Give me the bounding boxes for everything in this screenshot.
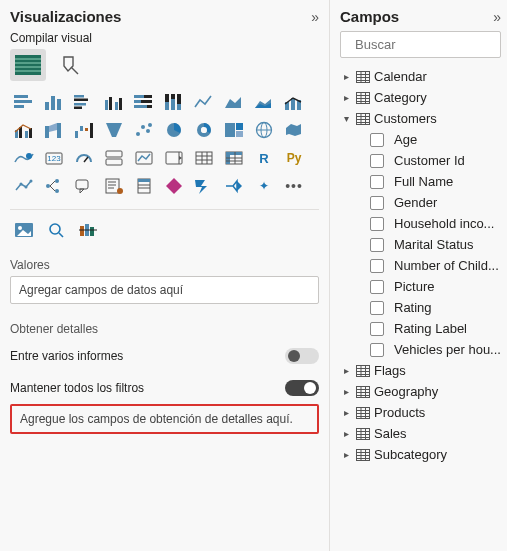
build-visual-tab[interactable] — [10, 49, 46, 81]
viz-stacked-area[interactable] — [250, 89, 278, 115]
field-row[interactable]: Household inco... — [370, 213, 501, 234]
chevron-right-icon: ▸ — [340, 71, 352, 82]
layers-icon[interactable] — [74, 218, 102, 242]
image-icon[interactable] — [10, 218, 38, 242]
viz-filled-map[interactable] — [280, 117, 308, 143]
viz-qna[interactable] — [70, 173, 98, 199]
svg-rect-14 — [74, 107, 82, 110]
viz-100-stacked-bar[interactable] — [130, 89, 158, 115]
table-products[interactable]: ▸Products — [340, 402, 501, 423]
field-row[interactable]: Customer Id — [370, 150, 501, 171]
table-flags[interactable]: ▸Flags — [340, 360, 501, 381]
field-row[interactable]: Number of Child... — [370, 255, 501, 276]
collapse-fields-icon[interactable]: » — [493, 9, 501, 25]
field-row[interactable]: Picture — [370, 276, 501, 297]
values-well[interactable]: Agregar campos de datos aquí — [10, 276, 319, 304]
field-row[interactable]: Age — [370, 129, 501, 150]
format-visual-tab[interactable] — [54, 49, 90, 81]
field-label: Number of Child... — [394, 258, 499, 273]
field-label: Gender — [394, 195, 437, 210]
viz-scatter[interactable] — [130, 117, 158, 143]
viz-sparkle[interactable]: ✦ — [250, 173, 278, 199]
field-row[interactable]: Gender — [370, 192, 501, 213]
collapse-viz-icon[interactable]: » — [311, 9, 319, 25]
table-customers[interactable]: ▾Customers — [340, 108, 501, 129]
build-tabs — [10, 49, 319, 81]
svg-rect-40 — [29, 128, 32, 138]
keep-filters-toggle[interactable] — [285, 380, 319, 396]
viz-stacked-bar[interactable] — [10, 89, 38, 115]
drillthrough-well[interactable]: Agregue los campos de obtención de detal… — [10, 404, 319, 434]
viz-card[interactable] — [70, 145, 98, 171]
viz-power-apps[interactable] — [160, 173, 188, 199]
viz-multi-row-card[interactable] — [100, 145, 128, 171]
viz-more[interactable]: ••• — [280, 173, 308, 199]
viz-clustered-column[interactable] — [100, 89, 128, 115]
viz-pie[interactable] — [160, 117, 188, 143]
field-row[interactable]: Rating — [370, 297, 501, 318]
svg-point-99 — [117, 188, 123, 194]
fields-search[interactable] — [340, 31, 501, 58]
viz-slicer[interactable] — [160, 145, 188, 171]
table-calendar[interactable]: ▸Calendar — [340, 66, 501, 87]
viz-matrix[interactable] — [220, 145, 248, 171]
field-row[interactable]: Rating Label — [370, 318, 501, 339]
viz-python[interactable]: Py — [280, 145, 308, 171]
field-row[interactable]: Marital Status — [370, 234, 501, 255]
viz-key-influencers[interactable] — [10, 173, 38, 199]
field-checkbox[interactable] — [370, 217, 384, 231]
svg-marker-105 — [195, 180, 207, 194]
field-checkbox[interactable] — [370, 343, 384, 357]
viz-ribbon[interactable] — [40, 117, 68, 143]
viz-waterfall[interactable] — [70, 117, 98, 143]
viz-goals[interactable] — [220, 173, 248, 199]
viz-funnel[interactable] — [100, 117, 128, 143]
viz-line-clustered-column[interactable] — [10, 117, 38, 143]
cross-report-toggle[interactable] — [285, 348, 319, 364]
svg-rect-30 — [177, 104, 181, 110]
field-checkbox[interactable] — [370, 196, 384, 210]
viz-power-automate[interactable] — [190, 173, 218, 199]
viz-line[interactable] — [190, 89, 218, 115]
search-icon[interactable] — [42, 218, 70, 242]
field-checkbox[interactable] — [370, 280, 384, 294]
viz-clustered-bar[interactable] — [70, 89, 98, 115]
viz-kpi[interactable] — [130, 145, 158, 171]
field-checkbox[interactable] — [370, 259, 384, 273]
field-checkbox[interactable] — [370, 175, 384, 189]
field-checkbox[interactable] — [370, 322, 384, 336]
viz-table[interactable] — [190, 145, 218, 171]
svg-marker-104 — [166, 178, 182, 194]
viz-line-stacked-column[interactable] — [280, 89, 308, 115]
search-input[interactable] — [353, 36, 507, 53]
field-row[interactable]: Vehicles per hou... — [370, 339, 501, 360]
table-geography[interactable]: ▸Geography — [340, 381, 501, 402]
field-checkbox[interactable] — [370, 154, 384, 168]
table-icon — [356, 407, 370, 419]
viz-decomposition[interactable] — [40, 173, 68, 199]
table-category[interactable]: ▸Category — [340, 87, 501, 108]
svg-rect-9 — [51, 96, 55, 110]
table-sales[interactable]: ▸Sales — [340, 423, 501, 444]
viz-map[interactable] — [250, 117, 278, 143]
table-subcategory[interactable]: ▸Subcategory — [340, 444, 501, 465]
field-checkbox[interactable] — [370, 238, 384, 252]
field-row[interactable]: Full Name — [370, 171, 501, 192]
fields-title: Campos — [340, 8, 399, 25]
field-checkbox[interactable] — [370, 133, 384, 147]
viz-gauge[interactable]: 123 — [40, 145, 68, 171]
viz-area[interactable] — [220, 89, 248, 115]
viz-treemap[interactable] — [220, 117, 248, 143]
table-icon — [356, 92, 370, 104]
viz-100-stacked-column[interactable] — [160, 89, 188, 115]
viz-donut[interactable] — [190, 117, 218, 143]
viz-smart-narrative[interactable] — [100, 173, 128, 199]
viz-azure-map[interactable] — [10, 145, 38, 171]
svg-point-110 — [50, 224, 60, 234]
field-checkbox[interactable] — [370, 301, 384, 315]
chevron-right-icon: ▸ — [340, 449, 352, 460]
viz-stacked-column[interactable] — [40, 89, 68, 115]
viz-paginated[interactable] — [130, 173, 158, 199]
viz-r[interactable]: R — [250, 145, 278, 171]
svg-rect-5 — [14, 95, 28, 98]
